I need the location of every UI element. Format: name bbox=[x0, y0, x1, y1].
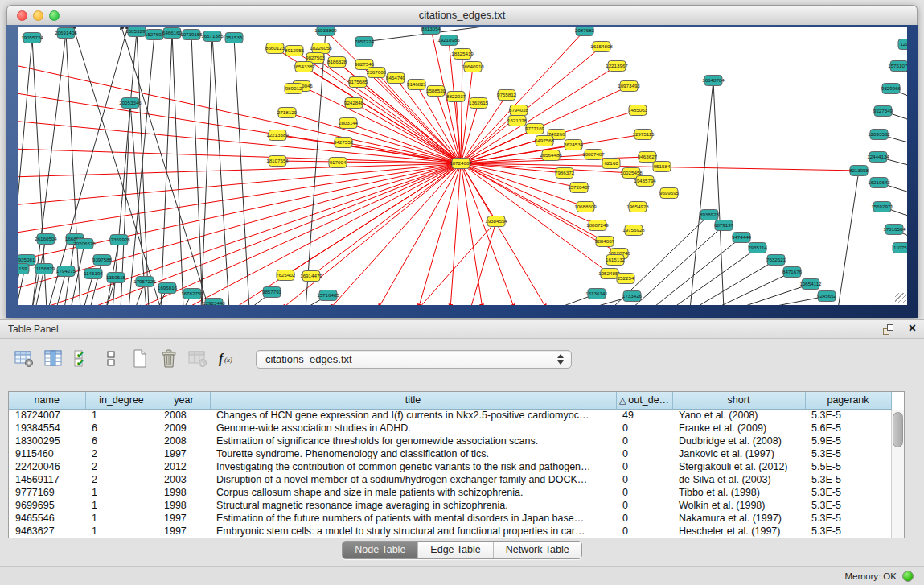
graph-node[interactable]: 19654923 bbox=[626, 202, 649, 212]
column-header-year[interactable]: year bbox=[158, 392, 210, 409]
cell-pagerank[interactable]: 5.3E-5 bbox=[805, 473, 891, 486]
graph-node[interactable]: 18107554 bbox=[266, 156, 289, 167]
graph-node[interactable]: 1527602 bbox=[145, 30, 165, 40]
row-select-icon[interactable]: ✔✔ bbox=[71, 348, 92, 370]
graph-node[interactable]: 19384554 bbox=[485, 216, 507, 227]
table-row[interactable]: 911546021997Tourette syndrome. Phenomeno… bbox=[9, 447, 891, 460]
graph-node[interactable]: 252254 bbox=[617, 274, 634, 284]
cell-year[interactable]: 1998 bbox=[158, 486, 210, 499]
cell-name[interactable]: 19384554 bbox=[9, 422, 85, 435]
cell-short[interactable]: Hescheler et al. (1997) bbox=[672, 525, 805, 538]
cell-short[interactable]: Nakamura et al. (1997) bbox=[672, 512, 805, 525]
column-display-icon[interactable] bbox=[42, 348, 64, 370]
graph-node[interactable]: 17957225 bbox=[133, 277, 156, 287]
cell-in_degree[interactable]: 6 bbox=[85, 435, 158, 447]
cell-in_degree[interactable]: 1 bbox=[85, 525, 158, 538]
graph-node[interactable]: 16033809 bbox=[314, 27, 337, 36]
cell-pagerank[interactable]: 5.3E-5 bbox=[805, 499, 891, 512]
graph-node[interactable]: 19435794 bbox=[634, 176, 656, 187]
column-header-pagerank[interactable]: pagerank bbox=[805, 392, 891, 409]
graph-node[interactable]: 8813054 bbox=[421, 27, 441, 35]
cell-year[interactable]: 1997 bbox=[158, 525, 210, 538]
graph-node[interactable]: 7986372 bbox=[555, 168, 575, 179]
graph-node[interactable]: 18724007 bbox=[450, 159, 472, 169]
graph-node[interactable]: 8213958 bbox=[849, 166, 869, 176]
table-row[interactable]: 969969511998Structural magnetic resonanc… bbox=[9, 499, 891, 512]
graph-node[interactable]: 19756928 bbox=[622, 225, 645, 236]
graph-node[interactable]: 20691406 bbox=[55, 28, 77, 39]
cell-year[interactable]: 2003 bbox=[158, 473, 210, 486]
cell-pagerank[interactable]: 5.3E-5 bbox=[805, 447, 891, 460]
graph-node[interactable]: 15751074 bbox=[888, 61, 907, 72]
graph-edge[interactable] bbox=[461, 163, 547, 305]
cell-pagerank[interactable]: 5.5E-5 bbox=[805, 460, 891, 473]
graph-edge[interactable] bbox=[713, 80, 724, 305]
vertical-scrollbar[interactable] bbox=[891, 410, 904, 538]
graph-node[interactable]: 16543382 bbox=[293, 62, 315, 72]
graph-node[interactable]: 3624534 bbox=[564, 140, 584, 150]
graph-node[interactable]: 12444134 bbox=[867, 152, 889, 163]
graph-node[interactable]: 18325419 bbox=[451, 49, 474, 60]
table-row[interactable]: 1830029562008Estimation of significance … bbox=[9, 435, 891, 447]
graph-edge[interactable] bbox=[461, 67, 473, 163]
graph-node[interactable]: 12213967 bbox=[606, 61, 628, 72]
graph-node[interactable]: 16154808 bbox=[590, 42, 613, 52]
scrollbar-thumb[interactable] bbox=[893, 412, 903, 447]
table-row[interactable]: 977716911998Corpus callosum shape and si… bbox=[9, 486, 891, 499]
graph-node[interactable]: 15136141 bbox=[585, 289, 608, 299]
cell-title[interactable]: Disruption of a novel member of a sodium… bbox=[210, 473, 616, 486]
cell-out_de[interactable]: 0 bbox=[616, 460, 672, 473]
graph-node[interactable]: 1350515 bbox=[106, 273, 126, 283]
table-selector-dropdown[interactable]: citations_edges.txt bbox=[256, 350, 572, 369]
cell-title[interactable]: Structural magnetic resonance image aver… bbox=[210, 499, 616, 512]
graph-node[interactable]: 8186328 bbox=[327, 57, 347, 68]
graph-node[interactable]: 2087682 bbox=[575, 27, 595, 36]
graph-node[interactable]: 8660123 bbox=[265, 43, 285, 54]
graph-node[interactable]: 17359928 bbox=[108, 235, 130, 245]
graph-edge[interactable] bbox=[304, 67, 461, 163]
graph-node[interactable]: 19218986 bbox=[437, 35, 460, 46]
graph-edge[interactable] bbox=[736, 284, 811, 305]
graph-node[interactable]: 12975115 bbox=[632, 130, 655, 140]
graph-edge[interactable] bbox=[378, 163, 461, 305]
graph-node[interactable]: 9397588 bbox=[92, 255, 113, 266]
graph-edge[interactable] bbox=[191, 35, 203, 305]
cell-short[interactable]: de Silva et al. (2003) bbox=[672, 473, 805, 486]
graph-node[interactable]: 9474444 bbox=[732, 233, 752, 243]
graph-node[interactable]: 16782759 bbox=[181, 289, 203, 299]
cell-name[interactable]: 9699695 bbox=[9, 499, 85, 512]
graph-node[interactable]: 2367608 bbox=[367, 68, 387, 78]
tab-edge-table[interactable]: Edge Table bbox=[417, 542, 492, 558]
graph-node[interactable]: 16640910 bbox=[462, 62, 484, 72]
graph-node[interactable]: 951584 bbox=[653, 162, 671, 172]
graph-node[interactable]: 9227349 bbox=[873, 106, 893, 117]
graph-node[interactable]: 8454749 bbox=[386, 73, 406, 84]
graph-node[interactable]: 9463627 bbox=[638, 152, 658, 163]
cell-out_de[interactable]: 0 bbox=[616, 447, 672, 460]
tab-node-table[interactable]: Node Table bbox=[343, 542, 417, 558]
graph-node[interactable]: 9245652 bbox=[817, 291, 837, 302]
cell-pagerank[interactable]: 5.3E-5 bbox=[805, 409, 891, 422]
graph-edge[interactable] bbox=[461, 163, 598, 225]
graph-edge[interactable] bbox=[631, 225, 724, 305]
graph-edge[interactable] bbox=[714, 272, 792, 305]
graph-node[interactable]: 1362615 bbox=[469, 98, 489, 109]
graph-node[interactable]: 19055724 bbox=[21, 33, 43, 43]
cell-title[interactable]: Embryonic stem cells: a model to study s… bbox=[210, 525, 616, 538]
graph-node[interactable]: 6794028 bbox=[509, 105, 529, 116]
new-document-icon[interactable] bbox=[129, 348, 150, 370]
table-settings-icon[interactable] bbox=[13, 348, 35, 370]
graph-edge[interactable] bbox=[693, 260, 776, 305]
graph-edge[interactable] bbox=[66, 33, 80, 305]
graph-edge[interactable] bbox=[450, 163, 461, 305]
graph-edge[interactable] bbox=[281, 163, 461, 305]
graph-node[interactable]: 1588520 bbox=[426, 86, 446, 97]
graph-edge[interactable] bbox=[234, 38, 249, 305]
graph-edge[interactable] bbox=[172, 33, 183, 305]
graph-edge[interactable] bbox=[121, 27, 209, 305]
cell-title[interactable]: Corpus callosum shape and size in male p… bbox=[210, 486, 616, 499]
graph-node[interactable]: 989012 bbox=[285, 84, 302, 94]
graph-edge[interactable] bbox=[838, 171, 859, 305]
graph-node[interactable]: 18226058 bbox=[310, 43, 332, 54]
graph-node[interactable]: 10807487 bbox=[582, 150, 605, 160]
